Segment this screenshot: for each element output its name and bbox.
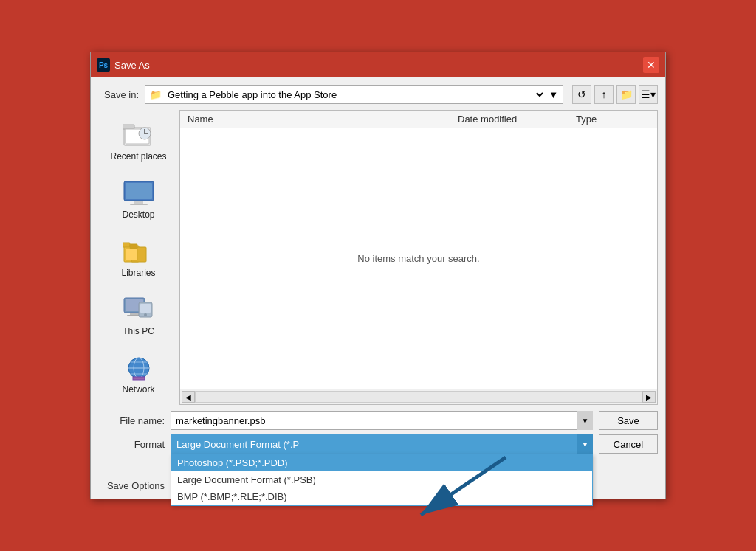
save-in-select-wrapper: 📁 Getting a Pebble app into the App Stor…: [145, 85, 563, 104]
file-name-input[interactable]: [171, 411, 593, 430]
up-button[interactable]: ↑: [594, 85, 614, 104]
svg-rect-1: [123, 125, 134, 129]
format-dropdown: Photoshop (*.PSD;*.PDD) Large Document F…: [171, 454, 593, 506]
new-folder-button[interactable]: 📁: [616, 85, 636, 104]
format-label: Format: [98, 439, 165, 450]
toolbar-icons: ↺ ↑ 📁 ☰▾: [572, 85, 658, 104]
this-pc-icon: [121, 295, 157, 325]
format-select-container: Large Document Format (*.P ▼ Photoshop (…: [171, 434, 593, 454]
file-name-row: File name: ▼: [98, 411, 593, 430]
col-type-header: Type: [576, 114, 650, 125]
bottom-row: File name: ▼ Format Large Document Forma…: [98, 411, 658, 491]
file-name-select-wrapper: ▼: [171, 411, 593, 430]
file-header: Name Date modified Type: [180, 111, 657, 128]
scroll-right-button[interactable]: ▶: [642, 391, 656, 403]
svg-rect-27: [133, 377, 145, 380]
sidebar-item-this-pc-label: This PC: [123, 326, 154, 336]
file-name-label: File name:: [98, 415, 165, 426]
save-in-row: Save in: 📁 Getting a Pebble app into the…: [98, 85, 658, 104]
libraries-icon: [121, 237, 157, 266]
sidebar-item-recent-places[interactable]: Recent places: [106, 117, 172, 164]
save-in-dropdown[interactable]: Getting a Pebble app into the App Store: [165, 89, 546, 101]
sidebar-item-libraries[interactable]: Libraries: [106, 234, 172, 281]
photoshop-icon: Ps: [97, 58, 110, 72]
svg-rect-17: [130, 313, 139, 315]
file-name-dropdown-arrow[interactable]: ▼: [577, 411, 593, 430]
sidebar-item-network-label: Network: [122, 384, 154, 395]
col-name-header: Name: [188, 114, 458, 125]
format-option-bmp[interactable]: BMP (*.BMP;*.RLE;*.DIB): [171, 488, 592, 505]
svg-rect-14: [126, 249, 137, 260]
format-dropdown-arrow[interactable]: ▼: [577, 434, 593, 454]
bottom-fields-wrap: File name: ▼ Format Large Document Forma…: [98, 411, 593, 491]
scroll-left-button[interactable]: ◀: [182, 391, 195, 403]
sidebar-item-desktop-label: Desktop: [122, 209, 154, 220]
folder-icon-small: 📁: [150, 89, 162, 100]
svg-point-21: [144, 313, 147, 316]
svg-rect-7: [126, 183, 152, 199]
save-as-dialog: Ps Save As ✕ Save in: 📁 Getting a Pebble…: [90, 52, 666, 499]
scrollbar-container: ◀ ▶: [180, 389, 657, 404]
sidebar-item-desktop[interactable]: Desktop: [106, 176, 172, 223]
sidebar-item-network[interactable]: Network: [106, 350, 172, 398]
dialog-body: Save in: 📁 Getting a Pebble app into the…: [91, 77, 665, 499]
sidebar-item-this-pc[interactable]: This PC: [106, 292, 172, 339]
scrollbar-track[interactable]: [195, 391, 642, 403]
save-options-label: Save Options: [98, 480, 165, 491]
svg-rect-9: [130, 204, 148, 205]
close-button[interactable]: ✕: [643, 57, 659, 73]
cancel-button[interactable]: Cancel: [599, 434, 658, 454]
empty-message: No items match your search.: [357, 253, 479, 264]
dropdown-arrow-icon: ▼: [549, 89, 558, 100]
dialog-title: Save As: [114, 60, 150, 71]
action-buttons: Save Cancel: [599, 411, 658, 454]
sidebar-item-libraries-label: Libraries: [121, 268, 155, 278]
desktop-icon: [121, 179, 157, 208]
network-icon: [121, 353, 157, 383]
format-selected-value[interactable]: Large Document Format (*.P ▼: [171, 434, 593, 454]
svg-rect-8: [134, 201, 143, 204]
main-content: Recent places Desktop: [98, 110, 658, 405]
title-bar-left: Ps Save As: [97, 58, 150, 72]
save-button[interactable]: Save: [599, 411, 658, 430]
svg-rect-20: [140, 304, 151, 313]
save-in-label: Save in:: [98, 89, 139, 100]
file-list-body: No items match your search.: [180, 128, 657, 389]
sidebar-item-recent-places-label: Recent places: [110, 151, 166, 162]
view-button[interactable]: ☰▾: [639, 85, 658, 104]
format-option-photoshop[interactable]: Photoshop (*.PSD;*.PDD): [171, 454, 592, 471]
recent-places-icon: [121, 120, 157, 150]
title-bar: Ps Save As ✕: [91, 52, 665, 77]
format-selected-text: Large Document Format (*.P: [176, 439, 299, 450]
back-button[interactable]: ↺: [572, 85, 591, 104]
format-row: Format Large Document Format (*.P ▼ Phot…: [98, 434, 593, 454]
svg-rect-11: [123, 243, 130, 247]
sidebar: Recent places Desktop: [98, 110, 179, 405]
file-area: Name Date modified Type No items match y…: [179, 110, 658, 405]
format-option-large-doc[interactable]: Large Document Format (*.PSB): [171, 471, 592, 488]
svg-rect-13: [130, 244, 137, 249]
col-date-header: Date modified: [458, 114, 576, 125]
